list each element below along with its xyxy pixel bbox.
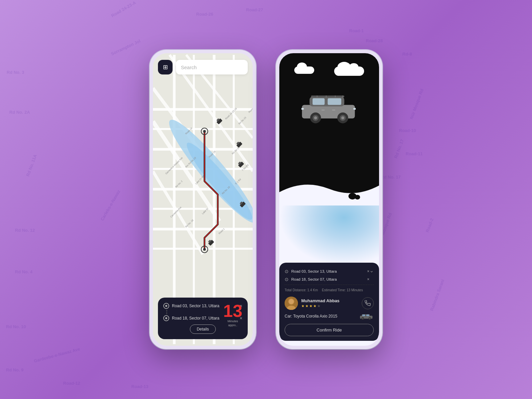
car-icon-small bbox=[359, 313, 374, 320]
svg-rect-54 bbox=[328, 98, 341, 105]
loc-pin-1: ⊙ bbox=[285, 269, 289, 274]
dest-text-2: Road 18, Sector 07, Uttara bbox=[291, 277, 364, 281]
dest-location-row-1: ⊙ Road 03, Sector 13, Uttara × bbox=[285, 267, 369, 275]
time-estimate-label: Estimated Time: 13 Minutes bbox=[322, 288, 363, 292]
cloud-2 bbox=[334, 66, 364, 76]
svg-point-62 bbox=[314, 116, 317, 119]
bottom-info-card: Road 03, Sector 13, Uttara × bbox=[158, 298, 248, 339]
svg-point-65 bbox=[341, 116, 344, 119]
time-label: Minutesapprx.. bbox=[223, 320, 242, 327]
card-divider bbox=[285, 285, 374, 285]
car-row: Car: Toyota Corolla Axio 2015 bbox=[285, 311, 374, 323]
svg-point-38 bbox=[203, 130, 206, 133]
close-dest-2[interactable]: × bbox=[367, 277, 369, 282]
phone1-screen: Road 22 Rd No 23 Road 24-23-28 Road 29 R… bbox=[153, 53, 253, 346]
car-animation-area bbox=[279, 53, 379, 205]
call-driver-button[interactable] bbox=[362, 297, 374, 309]
clouds-area bbox=[279, 66, 379, 76]
svg-rect-78 bbox=[362, 315, 365, 316]
card-header: ⊙ Road 03, Sector 13, Uttara × ⊙ Road 18… bbox=[285, 267, 374, 283]
svg-rect-66 bbox=[301, 108, 304, 110]
filter-icon: ⊞ bbox=[163, 64, 168, 71]
svg-point-71 bbox=[355, 195, 360, 200]
confirm-ride-button[interactable]: Confirm Ride bbox=[285, 324, 374, 336]
car-illustration-svg bbox=[296, 86, 362, 126]
search-bar: ⊞ Search bbox=[158, 60, 248, 74]
phone2-screen: ⊙ Road 03, Sector 13, Uttara × ⊙ Road 18… bbox=[279, 53, 379, 346]
details-button[interactable]: Details bbox=[190, 325, 216, 334]
wave-svg bbox=[279, 179, 379, 205]
gradient-blob bbox=[279, 205, 379, 265]
star-4: ★ bbox=[313, 304, 317, 308]
svg-rect-67 bbox=[353, 108, 356, 110]
star-1: ★ bbox=[301, 304, 305, 308]
svg-rect-55 bbox=[311, 95, 344, 97]
distance-row: Total Distance: 1.4 Km Estimated Time: 1… bbox=[285, 286, 374, 294]
search-placeholder: Search bbox=[181, 65, 197, 70]
cloud-1 bbox=[294, 66, 314, 74]
time-number: 13 bbox=[223, 302, 242, 320]
map-area: Road 22 Rd No 23 Road 24-23-28 Road 29 R… bbox=[153, 53, 253, 346]
driver-name: Muhammad Abbas bbox=[301, 298, 358, 303]
svg-rect-79 bbox=[366, 315, 369, 316]
collapse-icon[interactable]: ⌄ bbox=[369, 267, 374, 274]
time-badge: 13 Minutesapprx.. bbox=[223, 302, 242, 327]
distance-label: Total Distance: 1.4 Km bbox=[285, 288, 318, 292]
svg-rect-8 bbox=[153, 248, 253, 250]
phones-container: Road 22 Rd No 23 Road 24-23-28 Road 29 R… bbox=[150, 50, 382, 349]
star-2: ★ bbox=[305, 304, 309, 308]
close-dest-1[interactable]: × bbox=[367, 269, 369, 274]
svg-rect-7 bbox=[153, 228, 253, 230]
location-pin-1 bbox=[163, 303, 169, 309]
dest-location-row-2: ⊙ Road 18, Sector 07, Uttara × bbox=[285, 275, 369, 283]
star-5-empty: ★ bbox=[317, 304, 321, 308]
location-pin-2 bbox=[163, 315, 169, 321]
search-input-wrap[interactable]: Search bbox=[176, 60, 248, 74]
star-3: ★ bbox=[309, 304, 313, 308]
phone-ride-details: ⊙ Road 03, Sector 13, Uttara × ⊙ Road 18… bbox=[276, 50, 382, 349]
phone-map: Road 22 Rd No 23 Road 24-23-28 Road 29 R… bbox=[150, 50, 256, 349]
driver-rating: ★ ★ ★ ★ ★ bbox=[301, 304, 358, 308]
loc-pin-2: ⊙ bbox=[285, 277, 289, 282]
svg-point-82 bbox=[362, 318, 363, 319]
driver-row: Muhammad Abbas ★ ★ ★ ★ ★ bbox=[285, 294, 374, 311]
car-model-text: Car: Toyota Corolla Axio 2015 bbox=[285, 314, 337, 319]
svg-point-75 bbox=[289, 299, 294, 304]
svg-rect-53 bbox=[313, 98, 325, 105]
ride-detail-card: ⊙ Road 03, Sector 13, Uttara × ⊙ Road 18… bbox=[279, 263, 379, 341]
filter-button[interactable]: ⊞ bbox=[158, 60, 173, 74]
svg-point-40 bbox=[203, 248, 206, 251]
driver-info: Muhammad Abbas ★ ★ ★ ★ ★ bbox=[301, 298, 358, 308]
dest-text-1: Road 03, Sector 13, Uttara bbox=[291, 269, 364, 273]
driver-avatar bbox=[285, 297, 298, 310]
svg-point-83 bbox=[369, 318, 370, 319]
